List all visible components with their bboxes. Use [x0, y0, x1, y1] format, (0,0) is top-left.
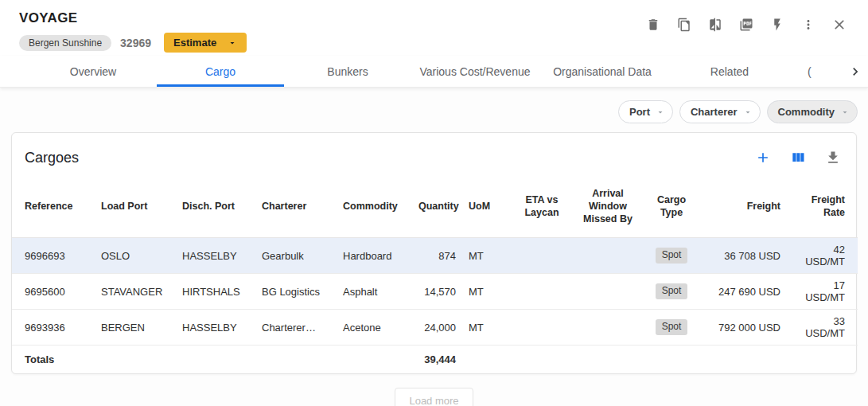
cell-freight: 247 690 USD: [699, 274, 787, 310]
delete-icon[interactable]: [645, 17, 661, 33]
cell-uom: MT: [462, 310, 512, 345]
cell-charterer: Gearbulk: [255, 238, 337, 274]
totals-row: Totals 39,444: [12, 345, 858, 374]
close-icon[interactable]: [831, 17, 847, 33]
totals-label: Totals: [12, 345, 95, 374]
filter-chip-port-label: Port: [629, 106, 650, 118]
window-header: VOYAGE Bergen Sunshine 32969 Estimate: [0, 0, 868, 56]
filter-chip-commodity-label: Commodity: [778, 106, 835, 118]
cell-load-port: STAVANGER: [95, 274, 176, 310]
col-header-arrival-window[interactable]: Arrival Window Missed By: [572, 176, 644, 238]
more-vert-icon[interactable]: [800, 17, 816, 33]
cell-cargo-type: Spot: [644, 238, 699, 274]
cell-eta-vs-laycan: [512, 274, 572, 310]
cargoes-card: Cargoes Reference Load Port Disch. Port: [11, 132, 857, 374]
flash-icon[interactable]: [769, 17, 785, 33]
cargoes-table: Reference Load Port Disch. Port Chartere…: [12, 176, 858, 373]
cell-arrival-window: [572, 274, 644, 310]
col-header-commodity[interactable]: Commodity: [337, 176, 412, 238]
cell-cargo-type: Spot: [644, 274, 699, 310]
cell-freight: 36 708 USD: [699, 238, 787, 274]
card-title: Cargoes: [25, 150, 79, 166]
tab-bunkers[interactable]: Bunkers: [284, 56, 411, 87]
cargo-type-badge: Spot: [656, 283, 688, 299]
cell-uom: MT: [462, 238, 512, 274]
col-header-charterer[interactable]: Charterer: [255, 176, 337, 238]
col-header-disch-port[interactable]: Disch. Port: [176, 176, 255, 238]
cargo-type-badge: Spot: [656, 319, 688, 334]
totals-quantity: 39,444: [412, 345, 462, 374]
tab-cargo[interactable]: Cargo: [157, 56, 284, 87]
col-header-cargo-type[interactable]: Cargo Type: [644, 176, 699, 238]
download-icon[interactable]: [824, 149, 842, 166]
cell-charterer: Charterer…: [255, 310, 337, 345]
cell-load-port: OSLO: [95, 238, 176, 274]
compare-icon[interactable]: [707, 17, 723, 33]
cell-freight: 792 000 USD: [699, 310, 787, 345]
pdf-icon[interactable]: [738, 17, 754, 33]
tab-various-cost-revenue[interactable]: Various Cost/Revenue: [411, 56, 539, 87]
col-header-quantity[interactable]: Quantity: [412, 176, 462, 238]
col-header-freight[interactable]: Freight: [699, 176, 787, 238]
filter-row: Port Charterer Commodity: [0, 88, 868, 123]
cell-freight-rate: 17 USD/MT: [787, 274, 858, 310]
cell-commodity: Hardboard: [337, 238, 412, 274]
cell-disch-port: HASSELBY: [176, 238, 255, 274]
tab-organisational-data[interactable]: Organisational Data: [539, 56, 666, 87]
cell-freight-rate: 33 USD/MT: [787, 310, 858, 345]
cell-quantity: 14,570: [412, 274, 462, 310]
table-row[interactable]: 9695600 STAVANGER HIRTSHALS BG Logistics…: [12, 274, 858, 310]
cell-arrival-window: [572, 310, 644, 345]
card-actions: [754, 149, 842, 166]
voyage-id: 32969: [120, 37, 151, 49]
vessel-chip: Bergen Sunshine: [19, 35, 111, 51]
copy-icon[interactable]: [676, 17, 692, 33]
add-cargo-icon[interactable]: [754, 149, 772, 166]
estimate-button-label: Estimate: [173, 37, 216, 49]
cell-freight-rate: 42 USD/MT: [787, 238, 858, 274]
load-more-button[interactable]: Load more: [395, 388, 473, 406]
tab-truncated[interactable]: (: [793, 56, 839, 87]
col-header-freight-rate[interactable]: Freight Rate: [787, 176, 858, 238]
cell-arrival-window: [572, 238, 644, 274]
table-header-row: Reference Load Port Disch. Port Chartere…: [12, 176, 858, 238]
chevron-down-icon: [228, 38, 237, 48]
cell-disch-port: HASSELBY: [176, 310, 255, 345]
table-row[interactable]: 9696693 OSLO HASSELBY Gearbulk Hardboard…: [12, 238, 858, 274]
cell-quantity: 874: [412, 238, 462, 274]
col-header-eta-vs-laycan[interactable]: ETA vs Laycan: [512, 176, 572, 238]
chevron-down-icon: [840, 107, 850, 117]
table-row[interactable]: 9693936 BERGEN HASSELBY Charterer… Aceto…: [12, 310, 858, 345]
chevron-down-icon: [656, 107, 665, 117]
col-header-load-port[interactable]: Load Port: [95, 176, 176, 238]
filter-chip-charterer-label: Charterer: [691, 106, 738, 118]
header-toolbar: [645, 17, 847, 33]
tab-bar: Overview Cargo Bunkers Various Cost/Reve…: [0, 56, 868, 88]
tab-related[interactable]: Related: [666, 56, 793, 87]
estimate-button[interactable]: Estimate: [164, 33, 247, 53]
tab-overview[interactable]: Overview: [29, 56, 157, 87]
chevron-right-icon[interactable]: [847, 56, 863, 88]
cell-load-port: BERGEN: [95, 310, 176, 345]
chevron-down-icon: [743, 107, 753, 117]
columns-icon[interactable]: [789, 149, 807, 166]
cell-disch-port: HIRTSHALS: [176, 274, 255, 310]
cell-reference: 9696693: [12, 238, 95, 274]
cell-reference: 9693936: [12, 310, 95, 345]
cell-eta-vs-laycan: [512, 310, 572, 345]
cell-quantity: 24,000: [412, 310, 462, 345]
filter-chip-charterer[interactable]: Charterer: [679, 100, 761, 123]
cargo-type-badge: Spot: [656, 248, 688, 263]
cell-eta-vs-laycan: [512, 238, 572, 274]
filter-chip-commodity[interactable]: Commodity: [767, 100, 858, 123]
col-header-reference[interactable]: Reference: [12, 176, 95, 238]
filter-chip-port[interactable]: Port: [618, 100, 673, 123]
cell-reference: 9695600: [12, 274, 95, 310]
voyage-sub-row: Bergen Sunshine 32969 Estimate: [19, 33, 849, 53]
cell-commodity: Acetone: [337, 310, 412, 345]
cargoes-card-header: Cargoes: [12, 133, 856, 170]
load-more-wrap: Load more: [0, 388, 868, 406]
col-header-uom[interactable]: UoM: [462, 176, 512, 238]
cell-uom: MT: [462, 274, 512, 310]
cell-cargo-type: Spot: [644, 310, 699, 345]
